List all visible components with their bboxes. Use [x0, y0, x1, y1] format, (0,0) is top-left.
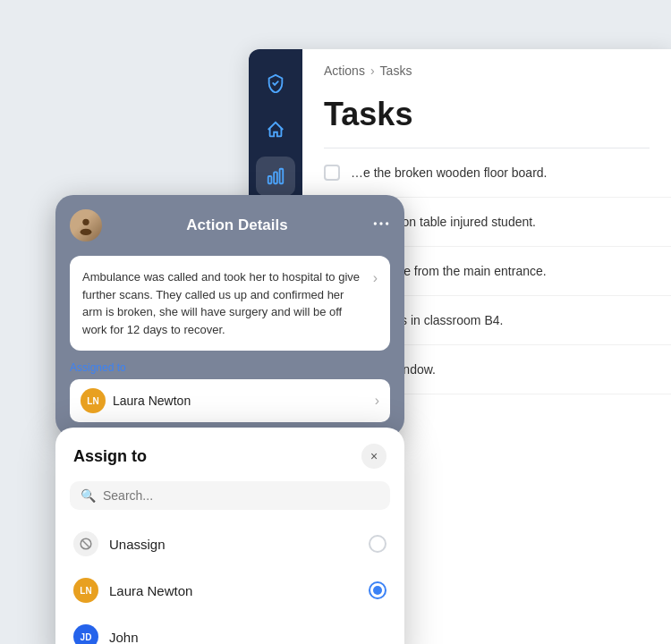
- breadcrumb: Actions › Tasks: [302, 49, 671, 85]
- john-avatar: JD: [73, 624, 98, 644]
- unassign-item[interactable]: Unassign: [55, 521, 404, 567]
- avatar-image: [70, 209, 102, 242]
- breadcrumb-actions[interactable]: Actions: [324, 64, 365, 78]
- assignee-info: LN Laura Newton: [81, 388, 191, 413]
- svg-line-9: [83, 541, 89, 547]
- assigned-to-label: Assigned to: [70, 361, 390, 374]
- unassign-label: Unassign: [109, 537, 166, 552]
- search-bar: 🔍: [70, 481, 390, 510]
- action-description: Ambulance was called and took her to hos…: [82, 268, 366, 338]
- action-item-card[interactable]: Ambulance was called and took her to hos…: [70, 256, 390, 351]
- unassign-icon: [73, 531, 98, 556]
- laura-newton-item[interactable]: LN Laura Newton: [55, 567, 404, 614]
- modal-title: Assign to: [73, 447, 147, 466]
- mobile-card: Action Details Ambulance was called and …: [55, 195, 404, 436]
- task-checkbox-1[interactable]: [324, 165, 340, 181]
- radio-selected-indicator: [373, 586, 382, 595]
- assign-modal: Assign to × 🔍 Unassign: [55, 428, 404, 644]
- close-icon: ×: [370, 449, 378, 463]
- sidebar-item-chart[interactable]: [256, 157, 295, 196]
- john-name: John: [109, 630, 139, 645]
- search-input[interactable]: [103, 488, 379, 503]
- unassign-left: Unassign: [73, 531, 166, 556]
- menu-icon[interactable]: [372, 215, 390, 237]
- svg-rect-1: [274, 172, 277, 183]
- assigned-to-section: Assigned to LN Laura Newton ›: [70, 361, 390, 422]
- modal-close-button[interactable]: ×: [361, 444, 386, 469]
- laura-radio[interactable]: [369, 581, 386, 599]
- action-arrow-icon: ›: [373, 270, 378, 286]
- sidebar-item-home[interactable]: [256, 110, 295, 149]
- svg-point-6: [379, 222, 382, 225]
- svg-point-3: [82, 219, 89, 225]
- svg-point-7: [386, 222, 388, 225]
- assignee-arrow-icon: ›: [375, 393, 379, 409]
- task-text-1: …e the broken wooden floor board.: [351, 165, 547, 180]
- mobile-title: Action Details: [186, 216, 287, 234]
- unassign-radio[interactable]: [369, 535, 386, 553]
- mobile-overlay: Action Details Ambulance was called and …: [55, 195, 404, 644]
- laura-left: LN Laura Newton: [73, 578, 192, 603]
- assignee-avatar: LN: [81, 388, 106, 413]
- sidebar-item-shield[interactable]: [256, 64, 295, 103]
- avatar: [70, 209, 102, 242]
- assignee-row[interactable]: LN Laura Newton ›: [70, 379, 390, 422]
- assignee-name: Laura Newton: [113, 394, 191, 408]
- john-initials: JD: [81, 632, 92, 642]
- svg-rect-0: [268, 176, 272, 183]
- page-title: Tasks: [302, 85, 671, 148]
- john-item-partial[interactable]: JD John: [55, 614, 404, 644]
- assignee-initials: LN: [87, 396, 98, 406]
- svg-rect-2: [280, 169, 284, 184]
- search-icon: 🔍: [81, 488, 96, 503]
- svg-point-5: [374, 222, 377, 225]
- breadcrumb-separator: ›: [370, 64, 375, 78]
- modal-list: Unassign LN Laura Newton JD: [55, 521, 404, 644]
- laura-avatar: LN: [73, 578, 98, 603]
- task-item-1[interactable]: …e the broken wooden floor board.: [302, 148, 671, 198]
- breadcrumb-tasks[interactable]: Tasks: [380, 64, 412, 78]
- laura-name: Laura Newton: [109, 583, 192, 598]
- mobile-header: Action Details: [70, 209, 390, 242]
- modal-header: Assign to ×: [55, 428, 404, 481]
- svg-point-4: [81, 229, 92, 235]
- laura-initials: LN: [80, 586, 91, 596]
